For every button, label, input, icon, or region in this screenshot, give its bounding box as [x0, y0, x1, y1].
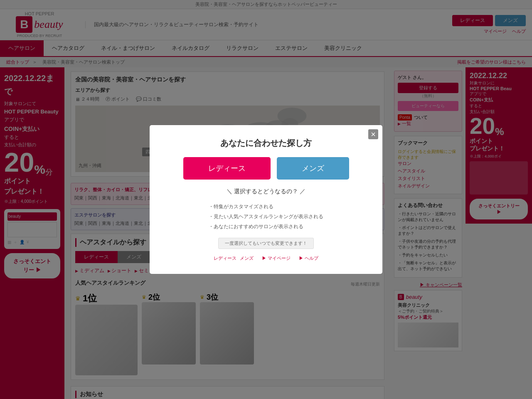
modal-benefit-1: ・特集がカスタマイズされる	[209, 202, 323, 212]
modal-mens-button[interactable]: メンズ	[277, 157, 349, 180]
modal-overlay[interactable]: × あなたに合わせた探し方 レディース メンズ ＼ 選択するとどうなるの？ ／ …	[0, 0, 532, 399]
modal-footer-mens[interactable]: メンズ	[240, 255, 254, 261]
modal-footer-gender-links: レディース メンズ	[214, 255, 254, 261]
modal-sub-title: ＼ 選択するとどうなるの？ ／	[162, 188, 370, 195]
modal-ladies-button[interactable]: レディース	[183, 157, 271, 180]
modal-dialog: × あなたに合わせた探し方 レディース メンズ ＼ 選択するとどうなるの？ ／ …	[150, 125, 382, 274]
modal-title: あなたに合わせた探し方	[162, 138, 370, 149]
modal-benefit-2: ・見たい人気ヘアスタイルランキングが表示される	[209, 212, 323, 222]
modal-footer-help[interactable]: ▶ ヘルプ	[299, 255, 318, 261]
modal-footer-mypage[interactable]: ▶ マイページ	[262, 255, 291, 261]
modal-gender-buttons: レディース メンズ	[162, 157, 370, 180]
modal-note: 一度選択してもいつでも変更できます！	[218, 238, 314, 249]
modal-benefit-3: ・あなたにおすすめのサロンが表示される	[209, 222, 323, 232]
modal-footer: レディース メンズ ▶ マイページ ▶ ヘルプ	[162, 255, 370, 261]
modal-footer-ladies[interactable]: レディース	[214, 255, 236, 261]
modal-close-button[interactable]: ×	[368, 129, 378, 139]
modal-benefits: ・特集がカスタマイズされる ・見たい人気ヘアスタイルランキングが表示される ・あ…	[209, 202, 323, 232]
